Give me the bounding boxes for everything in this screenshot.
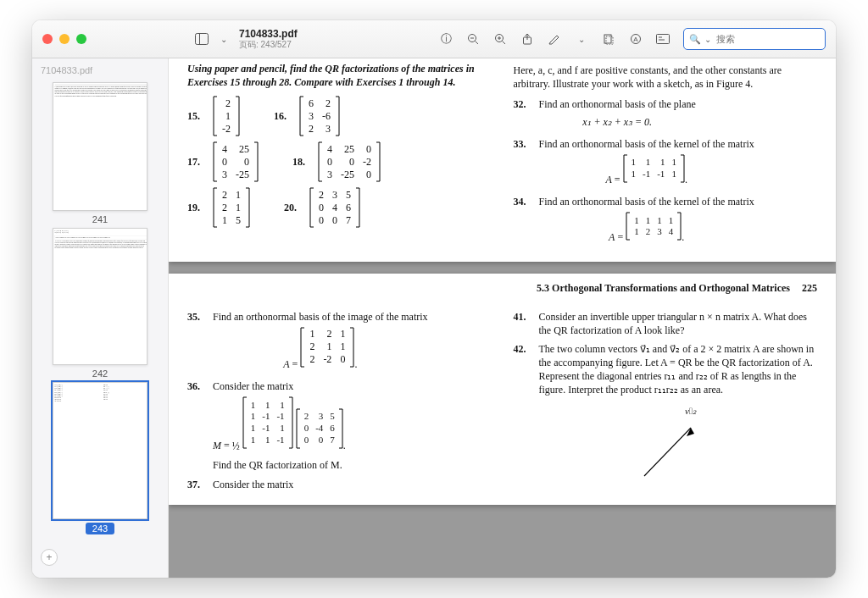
prob-num: 32. (514, 97, 532, 131)
page-lower: 5.3 Orthogonal Transformations and Ortho… (169, 274, 836, 505)
ex-num: 17. (187, 156, 206, 169)
search-field[interactable]: 🔍 ⌄ (683, 28, 826, 50)
svg-line-6 (503, 42, 506, 45)
ex-num: 19. (187, 202, 206, 214)
prob-num: 33. (514, 137, 532, 190)
thumb-label: 241 (92, 214, 108, 224)
svg-text:A: A (633, 36, 638, 43)
ex-num: 20. (284, 202, 303, 214)
matrix-19: 212115 (213, 187, 250, 228)
prob-num: 41. (514, 310, 532, 337)
ex-num: 16. (274, 110, 292, 123)
titlebar: ⌄ 7104833.pdf 页码: 243/527 ⓘ ⌄ A 🔍 ⌄ (32, 20, 836, 58)
sidebar-doc-label: 7104833.pdf (41, 65, 92, 75)
rotate-icon[interactable] (602, 32, 615, 46)
right-intro: Here, a, c, and f are positive constants… (514, 64, 818, 91)
thumb-241[interactable]: Lorem ipsum dolor sit amet consectetur a… (53, 82, 147, 224)
matrix-17: 425003-25 (213, 141, 259, 182)
main-body: 7104833.pdf Lorem ipsum dolor sit amet c… (32, 58, 836, 578)
zoom-in-icon[interactable] (493, 32, 507, 46)
page-upper: Using paper and pencil, find the QR fact… (169, 58, 836, 262)
thumb-242[interactable]: 1. [1 2; 3 4] 2. [1 0; 0 1]3. [a b; c d]… (53, 228, 147, 379)
markup-icon[interactable] (548, 32, 561, 46)
matrix-20: 235046007 (309, 187, 360, 228)
close-icon[interactable] (42, 34, 53, 44)
prob-41: Consider an invertible upper triangular … (539, 310, 818, 337)
ex-num: 18. (292, 156, 311, 169)
doc-title: 7104833.pdf (239, 29, 298, 40)
share-icon[interactable] (520, 32, 534, 46)
chevron-down-icon[interactable]: ⌄ (578, 35, 585, 44)
prob-36: Consider the matrix M = ½ 1111-1-11-1111… (213, 379, 346, 473)
zoom-out-icon[interactable] (466, 32, 480, 46)
search-input[interactable] (715, 33, 820, 45)
matrix-15: 21-2 (213, 96, 240, 136)
exercise-instructions: Using paper and pencil, find the QR fact… (187, 62, 492, 89)
form-icon[interactable] (656, 32, 670, 46)
title-block: 7104833.pdf 页码: 243/527 (239, 29, 298, 49)
page-viewer[interactable]: Using paper and pencil, find the QR fact… (169, 58, 836, 578)
minimize-icon[interactable] (59, 34, 70, 44)
vector-figure (627, 421, 729, 480)
prob-num: 34. (514, 195, 532, 247)
ex-num: 15. (187, 110, 206, 123)
doc-subtitle: 页码: 243/527 (239, 40, 298, 49)
thumbnail-sidebar: 7104833.pdf Lorem ipsum dolor sit amet c… (32, 58, 169, 578)
prob-num: 36. (187, 379, 206, 473)
prob-num: 37. (187, 478, 206, 491)
svg-rect-11 (604, 35, 611, 43)
svg-rect-0 (196, 34, 209, 45)
svg-marker-19 (687, 428, 694, 436)
svg-rect-15 (657, 35, 670, 44)
prob-42: The two column vectors v⃗₁ and v⃗₂ of a … (539, 342, 818, 484)
prob-num: 35. (187, 310, 206, 374)
prob-37: Consider the matrix (213, 478, 293, 491)
traffic-lights (42, 34, 86, 44)
section-header: 5.3 Orthogonal Transformations and Ortho… (187, 282, 817, 295)
svg-line-18 (644, 428, 691, 476)
add-page-button[interactable]: + (41, 549, 58, 566)
thumb-243[interactable]: 15. [..] 16. [..]17. [..] 18. [..]19. [.… (53, 382, 147, 534)
app-window: ⌄ 7104833.pdf 页码: 243/527 ⓘ ⌄ A 🔍 ⌄ (32, 20, 836, 578)
thumb-label: 243 (86, 523, 114, 534)
toolbar-left: ⌄ 7104833.pdf 页码: 243/527 (195, 29, 298, 49)
prob-32: Find an orthonormal basis of the plane x… (539, 97, 696, 131)
chevron-down-icon[interactable]: ⌄ (704, 35, 711, 44)
matrix-16: 623-623 (299, 96, 340, 136)
prob-33: Find an orthonormal basis of the kernel … (539, 137, 754, 190)
thumb-label: 242 (92, 368, 108, 379)
highlight-icon[interactable]: A (629, 32, 643, 46)
prob-35: Find an orthonormal basis of the image o… (213, 310, 428, 374)
info-icon[interactable]: ⓘ (439, 32, 453, 46)
prob-34: Find an orthonormal basis of the kernel … (539, 195, 754, 247)
svg-line-3 (476, 42, 479, 45)
zoom-icon[interactable] (76, 34, 86, 44)
prob-num: 42. (514, 342, 532, 484)
sidebar-toggle-icon[interactable] (195, 32, 209, 46)
matrix-18: 425000-23-250 (318, 141, 381, 182)
search-icon: 🔍 (689, 34, 701, 45)
chevron-down-icon[interactable]: ⌄ (220, 35, 227, 44)
toolbar-right: ⓘ ⌄ A 🔍 ⌄ (439, 28, 826, 50)
